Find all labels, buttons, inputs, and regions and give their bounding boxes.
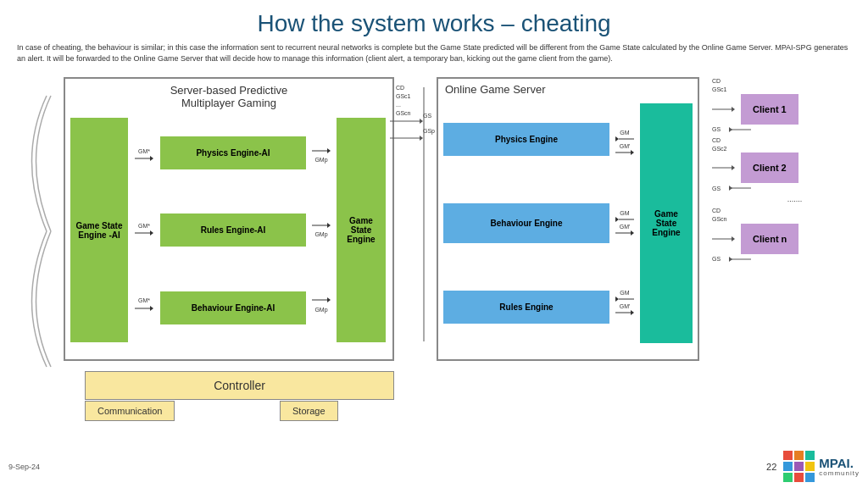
- svg-marker-9: [327, 223, 331, 228]
- cd-label-c2: CD: [712, 137, 721, 143]
- gse-right-label: Game State Engine: [340, 216, 382, 244]
- svg-rect-41: [783, 451, 793, 460]
- physics-engine-ai-label: Physics Engine-AI: [196, 148, 270, 158]
- svg-marker-21: [615, 217, 619, 222]
- physics-engine-box: Physics Engine: [443, 123, 609, 156]
- gs-label-c1: GS: [712, 126, 726, 132]
- communication-label: Communication: [97, 406, 162, 416]
- diagram-area: Server-based Predictive Multiplayer Gami…: [17, 70, 851, 409]
- svg-marker-17: [615, 136, 619, 141]
- client2-box: Client 2: [741, 152, 798, 183]
- gmp-label-2: GMp: [312, 230, 331, 238]
- mpai-mosaic-icon: [783, 451, 815, 483]
- svg-marker-34: [732, 165, 735, 170]
- ellipsis-label: .......: [712, 195, 868, 203]
- svg-marker-7: [327, 148, 331, 153]
- gmprime-label-2: GM': [615, 224, 634, 230]
- behaviour-engine-label: Behaviour Engine: [490, 219, 562, 228]
- mpai-community-text: community: [819, 469, 860, 477]
- decorative-arcs: [17, 87, 59, 375]
- page-number: 22: [766, 462, 776, 472]
- cd-label-cn: CD: [712, 208, 721, 214]
- arrow-cn-gs: [729, 256, 754, 263]
- communication-box: Communication: [85, 401, 175, 421]
- slide: How the system works – cheating In case …: [0, 0, 868, 488]
- physics-engine-ai-box: Physics Engine-AI: [160, 136, 306, 169]
- svg-marker-14: [420, 119, 423, 124]
- svg-marker-40: [729, 257, 732, 262]
- svg-marker-36: [729, 186, 732, 191]
- gmprime-label-3: GM': [615, 303, 634, 309]
- behaviour-engine-box: Behaviour Engine: [443, 203, 609, 243]
- date-label: 9-Sep-24: [8, 463, 40, 471]
- svg-marker-5: [150, 306, 153, 311]
- behaviour-engine-ai-label: Behaviour Engine-AI: [192, 303, 275, 313]
- arrow-c2-cd: [712, 164, 737, 171]
- svg-rect-48: [794, 473, 804, 482]
- gm-star-label-1: GM*: [135, 147, 153, 155]
- mpai-logo: MPAI. community: [783, 451, 860, 483]
- clients-section: CD GSc1 Client 1 GS CD GSc2: [712, 77, 868, 263]
- gsc2-label: GSc2: [712, 146, 727, 152]
- left-title-line2: Multiplayer Gaming: [181, 97, 276, 109]
- svg-marker-30: [732, 107, 735, 112]
- svg-rect-47: [783, 473, 793, 482]
- rules-engine-ai-label: Rules Engine-AI: [201, 225, 266, 235]
- rules-engine-label: Rules Engine: [499, 302, 553, 312]
- svg-marker-28: [631, 310, 634, 315]
- left-panel: Server-based Predictive Multiplayer Gami…: [64, 77, 394, 361]
- arrow-cn-cd: [712, 236, 737, 242]
- client2-label: Client 2: [753, 163, 787, 173]
- svg-marker-20: [631, 150, 634, 155]
- gse-ai-label: Game State Engine -AI: [74, 221, 125, 240]
- storage-box: Storage: [280, 401, 338, 421]
- arrow-c2-gs: [729, 185, 754, 191]
- svg-marker-24: [631, 230, 634, 236]
- gse-teal-box: Game State Engine: [640, 103, 693, 343]
- arrow-c1-gs: [729, 126, 754, 133]
- arrow-c1-cd: [712, 106, 737, 113]
- gmp-label-1: GMp: [312, 156, 331, 164]
- description-text: In case of cheating, the behaviour is si…: [17, 42, 851, 64]
- gm-label-2: GM: [615, 210, 634, 216]
- svg-rect-42: [794, 451, 804, 460]
- gm-label-3: GM: [615, 290, 634, 296]
- gmp-label-3: GMp: [312, 306, 331, 313]
- ogs-title-text: Online Game Server: [445, 83, 546, 96]
- clientn-box: Client n: [741, 224, 798, 254]
- right-panel: Online Game Server Physics Engine Behavi…: [437, 77, 699, 361]
- gse-ai-box: Game State Engine -AI: [70, 118, 128, 342]
- rules-engine-ai-box: Rules Engine-AI: [160, 214, 306, 247]
- left-title-line1: Server-based Predictive: [170, 84, 288, 97]
- svg-marker-3: [150, 230, 153, 236]
- footer: 9-Sep-24 22 MPAI. community: [8, 451, 860, 483]
- svg-marker-38: [732, 236, 735, 241]
- ogs-title: Online Game Server: [438, 79, 698, 100]
- gscn-label: GScn: [712, 216, 727, 222]
- controller-bar: Controller: [85, 371, 394, 400]
- svg-rect-46: [805, 462, 815, 471]
- page-title: How the system works – cheating: [17, 10, 851, 37]
- clientn-label: Client n: [753, 234, 787, 244]
- svg-marker-1: [150, 156, 153, 161]
- controller-label: Controller: [214, 379, 265, 392]
- svg-marker-11: [327, 297, 331, 302]
- behaviour-engine-ai-box: Behaviour Engine-AI: [160, 291, 306, 324]
- gm-star-label-2: GM*: [135, 222, 153, 230]
- gs-label-c2: GS: [712, 186, 726, 191]
- gmprime-label-1: GM': [615, 143, 634, 149]
- svg-rect-43: [805, 451, 815, 460]
- cd-label-c1: CD: [712, 78, 721, 84]
- physics-engine-label: Physics Engine: [495, 135, 558, 144]
- svg-rect-45: [794, 462, 804, 471]
- rules-engine-box: Rules Engine: [443, 291, 609, 324]
- ogs-gse-label: Game State Engine: [643, 209, 689, 237]
- client1-label: Client 1: [753, 104, 787, 114]
- svg-marker-32: [729, 127, 732, 132]
- gm-label-1: GM: [615, 130, 634, 136]
- svg-rect-49: [805, 473, 815, 482]
- gm-star-label-3: GM*: [135, 297, 153, 304]
- gsc1-label: GSc1: [712, 86, 727, 92]
- svg-rect-44: [783, 462, 793, 471]
- storage-label: Storage: [292, 406, 326, 416]
